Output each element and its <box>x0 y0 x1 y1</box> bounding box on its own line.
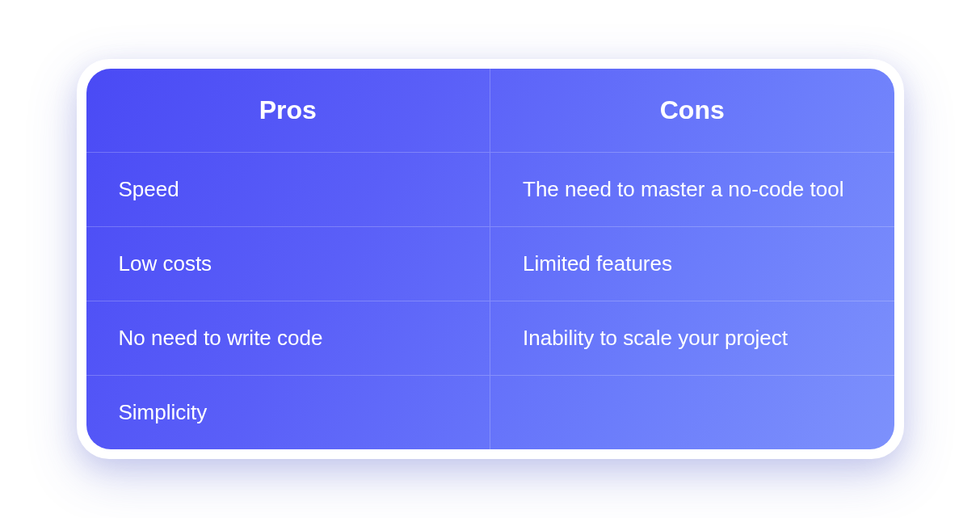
table-row: Low costs Limited features <box>86 227 894 301</box>
pros-cell: Speed <box>86 153 491 226</box>
pros-cons-table: Pros Cons Speed The need to master a no-… <box>86 69 894 450</box>
pros-cell: No need to write code <box>86 301 491 375</box>
pros-cell: Simplicity <box>86 376 491 449</box>
table-row: Simplicity <box>86 376 894 449</box>
cons-cell <box>490 376 894 449</box>
table-row: Speed The need to master a no-code tool <box>86 153 894 227</box>
header-cons: Cons <box>490 69 894 152</box>
pros-cons-table-card: Pros Cons Speed The need to master a no-… <box>77 59 904 460</box>
pros-cell: Low costs <box>86 227 491 301</box>
cons-cell: The need to master a no-code tool <box>490 153 894 226</box>
table-header-row: Pros Cons <box>86 69 894 153</box>
table-row: No need to write code Inability to scale… <box>86 301 894 376</box>
cons-cell: Limited features <box>490 227 894 301</box>
cons-cell: Inability to scale your project <box>490 301 894 375</box>
header-pros: Pros <box>86 69 491 152</box>
